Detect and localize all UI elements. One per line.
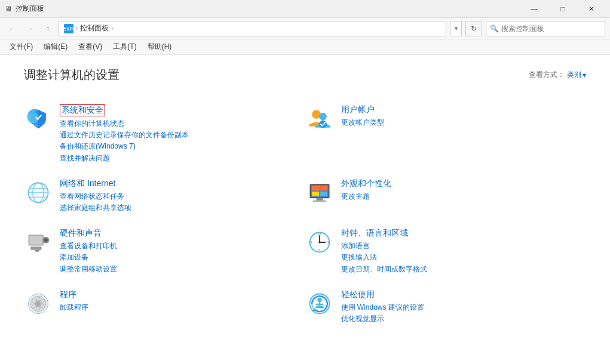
clock-language-title[interactable]: 时钟、语言和区域 bbox=[341, 228, 408, 239]
icon-system-security bbox=[24, 104, 53, 133]
programs-link-0[interactable]: 卸载程序 bbox=[60, 302, 305, 313]
clock-language-info: 时钟、语言和区域 添加语言 更换输入法 更改日期、时间或数字格式 bbox=[341, 228, 587, 275]
page-header: 调整计算机的设置 查看方式： 类别 ▾ bbox=[24, 67, 586, 83]
svg-point-21 bbox=[44, 239, 48, 242]
section-programs: 程序 卸载程序 bbox=[24, 282, 305, 332]
icon-clock-language: 12 3 6 9 bbox=[305, 228, 334, 257]
network-internet-info: 网络和 Internet 查看网络状态和任务 选择家庭组和共享选项 bbox=[60, 178, 305, 214]
hardware-sound-info: 硬件和声音 查看设备和打印机 添加设备 调整常用移动设置 bbox=[60, 228, 305, 275]
search-icon: 🔍 bbox=[490, 24, 499, 33]
main-content: 调整计算机的设置 查看方式： 类别 ▾ 系统和安全 bbox=[0, 55, 610, 344]
system-security-info: 系统和安全 查看你的计算机状态 通过文件历史记录保存你的文件备份副本 备份和还原… bbox=[60, 104, 305, 164]
svg-point-3 bbox=[319, 113, 327, 121]
ease-of-access-link-1[interactable]: 优化视觉显示 bbox=[341, 313, 587, 325]
icon-ease-of-access bbox=[305, 289, 334, 318]
system-security-link-2[interactable]: 备份和还原(Windows 7) bbox=[60, 141, 305, 152]
section-hardware-sound: 硬件和声音 查看设备和打印机 添加设备 调整常用移动设置 bbox=[24, 221, 305, 282]
view-by: 查看方式： 类别 ▾ bbox=[529, 70, 586, 80]
appearance-info: 外观和个性化 更改主题 bbox=[341, 178, 587, 202]
svg-text:12: 12 bbox=[318, 233, 321, 236]
svg-rect-16 bbox=[316, 198, 323, 200]
view-by-dropdown-icon: ▾ bbox=[583, 71, 586, 79]
section-ease-of-access: 轻松使用 使用 Windows 建议的设置 优化视觉显示 bbox=[305, 282, 587, 332]
maximize-button[interactable]: □ bbox=[549, 0, 577, 18]
svg-rect-15 bbox=[320, 192, 327, 196]
network-internet-title[interactable]: 网络和 Internet bbox=[60, 178, 115, 189]
section-appearance: 外观和个性化 更改主题 bbox=[305, 171, 587, 221]
refresh-button[interactable]: ↻ bbox=[465, 21, 482, 36]
svg-rect-23 bbox=[35, 250, 39, 252]
forward-button[interactable]: → bbox=[23, 21, 37, 36]
menu-file[interactable]: 文件(F) bbox=[5, 40, 38, 54]
breadcrumb-bar[interactable]: Eam › 控制面板 › bbox=[59, 21, 446, 36]
clock-language-link-1[interactable]: 更换输入法 bbox=[341, 252, 587, 263]
breadcrumb-separator: › bbox=[76, 25, 78, 32]
icon-hardware-sound bbox=[24, 228, 53, 257]
svg-point-28 bbox=[318, 241, 321, 243]
network-internet-link-0[interactable]: 查看网络状态和任务 bbox=[60, 191, 305, 202]
system-security-link-0[interactable]: 查看你的计算机状态 bbox=[60, 118, 305, 129]
section-user-accounts: 用户帐户 更改帐户类型 bbox=[305, 97, 587, 171]
user-accounts-title[interactable]: 用户帐户 bbox=[341, 104, 375, 115]
menu-edit[interactable]: 编辑(E) bbox=[39, 40, 72, 54]
svg-rect-22 bbox=[30, 246, 41, 250]
hardware-sound-link-1[interactable]: 添加设备 bbox=[60, 252, 305, 263]
svg-rect-14 bbox=[312, 192, 319, 196]
close-button[interactable]: ✕ bbox=[578, 0, 605, 18]
svg-point-10 bbox=[29, 183, 48, 202]
section-clock-language: 12 3 6 9 时钟、语言和区域 添加语言 更换输入法 更改日期、时间或数字格… bbox=[305, 221, 587, 282]
system-security-title[interactable]: 系统和安全 bbox=[60, 104, 105, 116]
menu-view[interactable]: 查看(V) bbox=[73, 40, 107, 54]
appearance-title[interactable]: 外观和个性化 bbox=[341, 178, 391, 189]
icon-network-internet bbox=[24, 178, 53, 207]
address-dropdown[interactable]: ▾ bbox=[450, 21, 462, 36]
svg-rect-17 bbox=[313, 200, 326, 202]
up-button[interactable]: ↑ bbox=[41, 21, 55, 36]
breadcrumb-label: 控制面板 bbox=[80, 23, 109, 33]
system-security-link-3[interactable]: 查找并解决问题 bbox=[60, 153, 305, 164]
menu-help[interactable]: 帮助(H) bbox=[143, 40, 177, 54]
svg-rect-19 bbox=[29, 236, 42, 245]
user-accounts-link-0[interactable]: 更改帐户类型 bbox=[341, 117, 587, 128]
back-button[interactable]: ← bbox=[5, 21, 19, 36]
view-by-value[interactable]: 类别 ▾ bbox=[567, 70, 586, 80]
window-controls: — □ ✕ bbox=[520, 0, 605, 18]
page-title: 调整计算机的设置 bbox=[24, 67, 119, 83]
clock-language-link-2[interactable]: 更改日期、时间或数字格式 bbox=[341, 264, 587, 275]
view-by-label: 查看方式： bbox=[529, 70, 565, 80]
address-bar: ← → ↑ Eam › 控制面板 › ▾ ↻ 🔍 bbox=[0, 18, 610, 39]
programs-title[interactable]: 程序 bbox=[60, 289, 76, 300]
appearance-link-0[interactable]: 更改主题 bbox=[341, 191, 587, 202]
section-network-internet: 网络和 Internet 查看网络状态和任务 选择家庭组和共享选项 bbox=[24, 171, 305, 221]
minimize-button[interactable]: — bbox=[520, 0, 548, 18]
icon-programs bbox=[24, 289, 53, 318]
system-security-link-1[interactable]: 通过文件历史记录保存你的文件备份副本 bbox=[60, 129, 305, 141]
breadcrumb-end-arrow: › bbox=[111, 25, 113, 32]
menu-tools[interactable]: 工具(T) bbox=[108, 40, 141, 54]
menu-bar: 文件(F) 编辑(E) 查看(V) 工具(T) 帮助(H) bbox=[0, 39, 610, 55]
hardware-sound-link-0[interactable]: 查看设备和打印机 bbox=[60, 240, 305, 252]
hardware-sound-link-2[interactable]: 调整常用移动设置 bbox=[60, 264, 305, 275]
title-bar: 🖥 控制面板 — □ ✕ bbox=[0, 0, 610, 18]
ease-of-access-title[interactable]: 轻松使用 bbox=[341, 289, 375, 300]
breadcrumb-pc-icon: Eam bbox=[64, 24, 73, 33]
title-bar-title: 控制面板 bbox=[16, 4, 44, 14]
search-input[interactable] bbox=[501, 24, 601, 33]
svg-rect-13 bbox=[312, 186, 327, 190]
control-panel-grid: 系统和安全 查看你的计算机状态 通过文件历史记录保存你的文件备份副本 备份和还原… bbox=[24, 97, 586, 332]
title-bar-icon: 🖥 bbox=[5, 5, 12, 13]
svg-point-1 bbox=[28, 112, 39, 123]
programs-info: 程序 卸载程序 bbox=[60, 289, 305, 313]
icon-user-accounts bbox=[305, 104, 334, 133]
icon-appearance bbox=[305, 178, 334, 207]
user-accounts-info: 用户帐户 更改帐户类型 bbox=[341, 104, 587, 128]
clock-language-link-0[interactable]: 添加语言 bbox=[341, 240, 587, 252]
search-box[interactable]: 🔍 bbox=[486, 21, 605, 36]
section-system-security: 系统和安全 查看你的计算机状态 通过文件历史记录保存你的文件备份副本 备份和还原… bbox=[24, 97, 305, 171]
ease-of-access-link-0[interactable]: 使用 Windows 建议的设置 bbox=[341, 302, 587, 313]
hardware-sound-title[interactable]: 硬件和声音 bbox=[60, 228, 102, 239]
ease-of-access-info: 轻松使用 使用 Windows 建议的设置 优化视觉显示 bbox=[341, 289, 587, 325]
network-internet-link-1[interactable]: 选择家庭组和共享选项 bbox=[60, 202, 305, 214]
